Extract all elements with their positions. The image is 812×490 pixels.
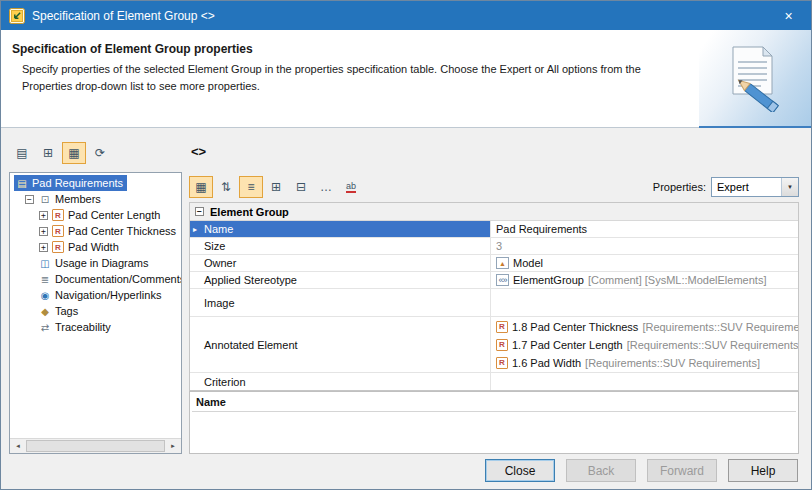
containment-view-button[interactable]: ▦ — [62, 142, 86, 164]
property-row-criterion[interactable]: Criterion — [190, 373, 798, 390]
scrollbar-thumb[interactable] — [26, 440, 165, 452]
tags-icon: ◆ — [38, 305, 52, 318]
show-description-button[interactable]: ≡ — [239, 176, 263, 198]
more-options-button[interactable]: … — [314, 176, 338, 198]
property-label: Applied Stereotype — [204, 274, 297, 286]
tree-item-label: Navigation/Hyperlinks — [55, 289, 161, 301]
property-value: Pad Requirements — [496, 223, 587, 235]
property-label: Name — [204, 223, 233, 235]
containment-tree: ▤ Pad Requirements − ⊡ Members + R Pad C… — [10, 175, 181, 438]
close-window-button[interactable]: × — [766, 1, 811, 30]
dropdown-glyph: ▼ — [787, 184, 793, 190]
refresh-icon: ⟳ — [95, 146, 105, 160]
requirement-icon: R — [52, 225, 64, 237]
property-row-name[interactable]: ▸ Name Pad Requirements — [190, 221, 798, 238]
property-row-size[interactable]: Size 3 — [190, 238, 798, 255]
property-value-cell[interactable]: R 1.8 Pad Center Thickness [Requirements… — [491, 317, 798, 372]
property-label: Owner — [204, 257, 236, 269]
tree-view-button[interactable]: ⊞ — [36, 142, 60, 164]
property-value-cell[interactable]: Pad Requirements — [491, 221, 798, 237]
tree-item-navigation-hyperlinks[interactable]: ◉ Navigation/Hyperlinks — [10, 287, 181, 303]
collapse-icon[interactable]: − — [25, 195, 34, 204]
properties-mode-select[interactable]: Expert ▼ — [711, 177, 799, 197]
tree-item-label: Members — [55, 193, 101, 205]
sort-alphabetically-button[interactable]: ⇅ — [214, 176, 238, 198]
dialog-button-bar: Close Back Forward Help — [485, 459, 798, 482]
annotated-element-qualifier: [Requirements::SUV Requirements] — [627, 339, 798, 351]
refresh-button[interactable]: ⟳ — [88, 142, 112, 164]
expand-icon[interactable]: + — [39, 211, 48, 220]
collapse-icon[interactable]: − — [195, 207, 204, 216]
annotated-element-qualifier: [Requirements::SUV Requirements] — [585, 357, 760, 369]
scroll-left-button[interactable]: ◄ — [10, 439, 26, 453]
forward-button[interactable]: Forward — [647, 459, 717, 482]
dialog-header: Specification of Element Group propertie… — [1, 30, 811, 128]
annotated-element-item[interactable]: R 1.8 Pad Center Thickness [Requirements… — [496, 318, 793, 336]
property-value-cell[interactable]: 3 — [491, 238, 798, 254]
property-row-owner[interactable]: Owner ▲ Model — [190, 255, 798, 272]
property-value-cell[interactable]: ▲ Model — [491, 255, 798, 271]
section-label: Element Group — [210, 206, 289, 218]
property-value-cell[interactable]: «» ElementGroup [Comment] [SysML::ModelE… — [491, 272, 798, 288]
requirement-icon: R — [496, 339, 508, 351]
flat-view-button[interactable]: ▤ — [10, 142, 34, 164]
tree-horizontal-scrollbar[interactable]: ◄ ► — [10, 438, 181, 453]
section-header-element-group[interactable]: − Element Group — [190, 203, 798, 221]
property-label-cell: Image — [190, 289, 491, 316]
collapse-all-icon: ⊟ — [296, 180, 306, 194]
expand-icon[interactable]: + — [39, 227, 48, 236]
element-group-icon: ▤ — [15, 177, 29, 190]
property-description-title: Name — [190, 392, 798, 411]
property-label: Annotated Element — [204, 339, 298, 351]
help-button[interactable]: Help — [728, 459, 798, 482]
tree-item-label: Traceability — [55, 321, 111, 333]
property-label-cell: Annotated Element — [190, 317, 491, 372]
tree-item-traceability[interactable]: ⇄ Traceability — [10, 319, 181, 335]
spelling-button[interactable]: ab — [339, 176, 363, 198]
requirement-icon: R — [496, 321, 508, 333]
annotated-element-item[interactable]: R 1.7 Pad Center Length [Requirements::S… — [496, 336, 793, 354]
scroll-right-icon: ► — [170, 443, 176, 449]
documentation-icon: ≣ — [38, 273, 52, 286]
header-title: Specification of Element Group propertie… — [12, 42, 253, 56]
tree-item-usage-in-diagrams[interactable]: ◫ Usage in Diagrams — [10, 255, 181, 271]
property-row-applied-stereotype[interactable]: Applied Stereotype «» ElementGroup [Comm… — [190, 272, 798, 289]
back-button[interactable]: Back — [566, 459, 636, 482]
tree-item-label: Pad Requirements — [32, 177, 123, 189]
chevron-down-icon: ▼ — [781, 178, 798, 196]
property-value-cell[interactable] — [491, 373, 798, 390]
annotated-element-value: 1.8 Pad Center Thickness — [512, 321, 638, 333]
titlebar[interactable]: Specification of Element Group <> × — [1, 1, 811, 30]
categorized-view-icon: ▦ — [195, 180, 206, 194]
tree-item-members[interactable]: − ⊡ Members — [10, 191, 181, 207]
tree-item-label: Pad Center Length — [68, 209, 160, 221]
tree-item-documentation-comments[interactable]: ≣ Documentation/Comments — [10, 271, 181, 287]
app-icon — [9, 8, 25, 24]
collapse-all-button[interactable]: ⊟ — [289, 176, 313, 198]
property-label: Image — [204, 297, 235, 309]
tree-item-tags[interactable]: ◆ Tags — [10, 303, 181, 319]
tree-item-pad-center-thickness[interactable]: + R Pad Center Thickness — [10, 223, 181, 239]
property-row-annotated-element[interactable]: Annotated Element R 1.8 Pad Center Thick… — [190, 317, 798, 373]
requirement-icon: R — [52, 241, 64, 253]
close-button[interactable]: Close — [485, 459, 555, 482]
categorized-view-button[interactable]: ▦ — [189, 176, 213, 198]
tree-item-pad-center-length[interactable]: + R Pad Center Length — [10, 207, 181, 223]
containment-view-icon: ▦ — [68, 146, 79, 160]
spelling-icon: ab — [346, 182, 356, 193]
property-label-cell: Owner — [190, 255, 491, 271]
expand-icon[interactable]: + — [39, 243, 48, 252]
expand-all-button[interactable]: ⊞ — [264, 176, 288, 198]
annotated-element-item[interactable]: R 1.6 Pad Width [Requirements::SUV Requi… — [496, 354, 793, 372]
tree-item-pad-width[interactable]: + R Pad Width — [10, 239, 181, 255]
window-title: Specification of Element Group <> — [32, 9, 215, 23]
tree-item-pad-requirements[interactable]: ▤ Pad Requirements — [10, 175, 181, 191]
property-value-cell[interactable] — [491, 289, 798, 316]
stereotype-icon: «» — [496, 274, 509, 286]
tree-item-label: Pad Center Thickness — [68, 225, 176, 237]
scroll-right-button[interactable]: ► — [165, 439, 181, 453]
scrollbar-track[interactable] — [26, 439, 165, 453]
containment-tree-panel: ▤ Pad Requirements − ⊡ Members + R Pad C… — [9, 172, 182, 454]
tree-item-label: Usage in Diagrams — [55, 257, 149, 269]
property-row-image[interactable]: Image — [190, 289, 798, 317]
